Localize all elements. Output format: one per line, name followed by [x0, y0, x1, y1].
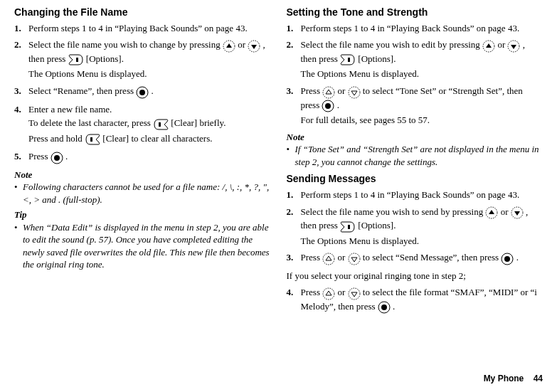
step-text: Perform steps 1 to 4 in “Playing Back So… [28, 22, 271, 35]
step-text: Perform steps 1 to 4 in “Playing Back So… [301, 189, 543, 201]
text: to select “Send Message”, then press [363, 252, 502, 263]
step-number: 3. [14, 85, 28, 99]
text: . [152, 85, 154, 96]
text: [Clear] to clear all characters. [102, 133, 212, 144]
center-icon [136, 85, 149, 99]
text: Select the file name you wish to edit by… [301, 39, 483, 50]
center-icon [322, 99, 334, 112]
sub-text: The Options Menu is displayed. [301, 235, 543, 248]
step-2: 2. Select the file name you wish to chan… [14, 38, 271, 80]
softkey-left-icon [153, 117, 169, 131]
note-label: Note [14, 169, 271, 181]
step-1: 1. Perform steps 1 to 4 in “Playing Back… [287, 22, 543, 35]
note-text: If “Tone Set” and “Strength Set” are not… [295, 143, 543, 168]
bullet: • [14, 221, 23, 271]
softkey-icon [340, 220, 356, 233]
down-outline-icon [348, 287, 361, 300]
text: . [516, 252, 519, 263]
text: Press [301, 85, 323, 96]
text: Press [28, 151, 51, 161]
page-footer: My Phone 44 [0, 373, 557, 384]
tip-text: When “Data Edit” is displayed in the men… [23, 221, 271, 271]
step-text: Select the file name you wish to change … [28, 38, 271, 80]
note-item: • Following characters cannot be used fo… [14, 181, 271, 206]
step-4: 4. Press or to select the file format “S… [287, 286, 543, 314]
step-number: 2. [14, 38, 28, 80]
text: Select “Rename”, then press [28, 85, 136, 96]
sub-text: To delete the last character, press [Cle… [28, 117, 271, 131]
text: Press and hold [28, 133, 85, 144]
heading-changing-file-name: Changing the File Name [14, 6, 271, 19]
step-text: Press . [28, 150, 271, 164]
bullet: • [14, 181, 23, 206]
step-number: 5. [14, 150, 28, 164]
up-outline-icon [322, 85, 335, 99]
page-body: Changing the File Name 1. Perform steps … [0, 0, 557, 373]
text: [Options]. [86, 53, 124, 64]
down-outline-icon [348, 85, 361, 99]
text: Press [301, 287, 323, 297]
down-icon [511, 206, 524, 219]
step-text: Press or to select the file format “SMAF… [301, 286, 543, 314]
step-number: 2. [287, 38, 301, 80]
step-3: 3. Press or to select “Send Message”, th… [287, 251, 543, 265]
text: or [497, 39, 507, 50]
step-text: Press or to select “Tone Set” or “Streng… [301, 85, 543, 127]
heading-tone-strength: Setting the Tone and Strength [287, 6, 543, 19]
sub-text: Press and hold [Clear] to clear all char… [28, 132, 271, 147]
step-text: Perform steps 1 to 4 in “Playing Back So… [301, 22, 543, 35]
up-icon [223, 39, 235, 53]
text: or [337, 85, 347, 96]
step-3: 3. Press or to select “Tone Set” or “Str… [287, 85, 543, 127]
step-4: 4. Enter a new file name. To delete the … [14, 103, 271, 147]
sub-text: The Options Menu is displayed. [301, 68, 543, 80]
text: or [337, 287, 347, 297]
step-number: 1. [287, 189, 301, 201]
down-icon [248, 39, 260, 53]
step-1: 1. Perform steps 1 to 4 in “Playing Back… [14, 22, 271, 35]
sub-text: For full details, see pages 55 to 57. [301, 114, 543, 127]
step-text: Select the file name you wish to edit by… [301, 38, 543, 80]
step-number: 1. [14, 22, 28, 35]
center-icon [51, 151, 63, 164]
sub-text: The Options Menu is displayed. [28, 68, 271, 80]
text: [Options]. [358, 220, 396, 231]
step-number: 4. [14, 103, 28, 147]
step-text: Press or to select “Send Message”, then … [301, 251, 543, 265]
left-column: Changing the File Name 1. Perform steps … [14, 6, 271, 369]
if-line: If you select your original ringing tone… [287, 270, 543, 282]
step-1: 1. Perform steps 1 to 4 in “Playing Back… [287, 189, 543, 201]
down-outline-icon [348, 252, 361, 265]
step-2: 2. Select the file name you wish to send… [287, 206, 543, 248]
text: . [337, 100, 339, 110]
footer-label: My Phone [484, 374, 524, 383]
text: . [393, 301, 395, 312]
step-text: Enter a new file name. To delete the las… [28, 103, 271, 147]
text: or [501, 206, 511, 217]
tip-label: Tip [14, 208, 271, 221]
tip-item: • When “Data Edit” is displayed in the m… [14, 221, 271, 271]
up-outline-icon [322, 287, 335, 300]
step-number: 3. [287, 85, 301, 127]
bullet: • [287, 143, 295, 168]
text: To delete the last character, press [28, 117, 153, 128]
step-number: 2. [287, 206, 301, 248]
up-icon [485, 206, 498, 219]
step-3: 3. Select “Rename”, then press . [14, 85, 271, 99]
center-icon [501, 252, 514, 265]
step-text: Select the file name you wish to send by… [301, 206, 543, 248]
text: or [337, 252, 347, 263]
text: [Options]. [358, 53, 396, 64]
up-icon [482, 39, 495, 53]
step-number: 4. [287, 286, 301, 314]
center-icon [378, 300, 391, 314]
softkey-icon [340, 53, 356, 66]
up-outline-icon [322, 252, 335, 265]
note-text: Following characters cannot be used for … [23, 181, 271, 206]
text: Select the file name you wish to send by… [301, 206, 486, 217]
softkey-left-icon [85, 132, 100, 146]
note-item: • If “Tone Set” and “Strength Set” are n… [287, 143, 543, 168]
text: [Clear] briefly. [171, 117, 226, 128]
step-5: 5. Press . [14, 150, 271, 164]
text: Press [301, 252, 323, 263]
